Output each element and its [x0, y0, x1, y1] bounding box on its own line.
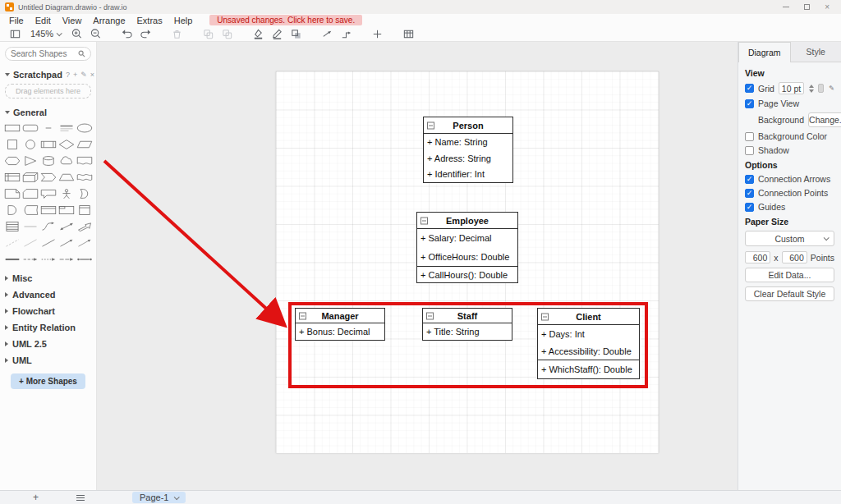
shape-dotted-line[interactable] — [76, 253, 93, 265]
sidebar-section-advanced[interactable]: Advanced — [3, 286, 93, 303]
shape-note[interactable] — [3, 187, 21, 199]
shape-dashed-arrow-2[interactable] — [39, 253, 57, 265]
shape-ellipse[interactable] — [76, 121, 93, 134]
shape-dashed-arrow-3[interactable] — [57, 253, 75, 265]
shape-text[interactable] — [39, 121, 57, 134]
shape-bidirectional-arrow[interactable] — [57, 220, 75, 232]
shape-container[interactable] — [39, 204, 57, 216]
shape-horizontal-line[interactable] — [21, 220, 39, 232]
toggle-format-panel-icon[interactable] — [7, 27, 23, 41]
shape-step[interactable] — [39, 171, 57, 183]
shape-curve[interactable] — [39, 220, 57, 232]
clear-default-style-button[interactable]: Clear Default Style — [745, 286, 834, 301]
shape-rounded-rectangle[interactable] — [21, 121, 39, 134]
menu-help[interactable]: Help — [168, 16, 199, 25]
shape-rectangle[interactable] — [3, 121, 21, 134]
line-color-icon[interactable] — [269, 27, 285, 41]
scratchpad-dropzone[interactable]: Drag elements here — [5, 84, 91, 99]
shape-square[interactable] — [3, 138, 21, 150]
paper-width-input[interactable]: 600 — [745, 251, 770, 263]
search-shapes-box[interactable] — [5, 47, 91, 61]
shape-and[interactable] — [3, 204, 21, 216]
shape-document[interactable] — [76, 154, 93, 167]
shape-diamond[interactable] — [57, 138, 75, 150]
sidebar-section-entity-relation[interactable]: Entity Relation — [3, 319, 93, 336]
insert-icon[interactable] — [369, 27, 385, 41]
shape-circle[interactable] — [21, 138, 39, 150]
class-attribute[interactable]: + Salary: Decimal — [417, 229, 517, 248]
background-color-checkbox[interactable] — [745, 132, 754, 141]
more-shapes-button[interactable]: + More Shapes — [11, 373, 85, 389]
connection-arrows-checkbox[interactable]: ✓ — [745, 175, 754, 184]
shape-actor[interactable] — [57, 187, 75, 199]
change-background-button[interactable]: Change... — [808, 112, 841, 127]
unsaved-changes-badge[interactable]: Unsaved changes. Click here to save. — [209, 15, 362, 25]
sidebar-section-misc[interactable]: Misc — [3, 270, 93, 286]
page-view-checkbox[interactable]: ✓ — [745, 99, 754, 108]
shape-or[interactable] — [76, 187, 93, 199]
shape-dashed-arrow[interactable] — [21, 253, 39, 265]
tab-diagram[interactable]: Diagram — [738, 42, 791, 62]
connection-points-checkbox[interactable]: ✓ — [745, 189, 754, 198]
zoom-in-icon[interactable] — [68, 27, 85, 41]
shape-line-1[interactable] — [39, 236, 57, 249]
shape-tape[interactable] — [76, 171, 93, 183]
shape-line-arrow[interactable] — [57, 236, 75, 249]
connection-icon[interactable] — [319, 27, 335, 41]
general-section-header[interactable]: General — [3, 105, 93, 120]
shape-thin-arrow[interactable] — [76, 236, 93, 249]
shape-vertical-container[interactable] — [76, 204, 93, 216]
grid-size-stepper[interactable] — [809, 85, 814, 93]
maximize-icon[interactable] — [804, 4, 810, 10]
table-icon[interactable] — [400, 27, 416, 41]
undo-icon[interactable] — [118, 27, 135, 41]
menu-edit[interactable]: Edit — [30, 16, 57, 25]
shape-triangle[interactable] — [21, 154, 39, 167]
shadow-checkbox[interactable] — [745, 146, 754, 155]
shape-bold-line[interactable] — [3, 253, 21, 265]
collapse-icon[interactable] — [427, 121, 434, 129]
shape-cloud[interactable] — [57, 154, 75, 167]
scratchpad-close-icon[interactable]: × — [90, 71, 94, 79]
add-page-icon[interactable]: + — [33, 493, 39, 502]
shape-internal-storage[interactable] — [3, 171, 21, 183]
shape-cube[interactable] — [21, 171, 39, 183]
scratchpad-help-icon[interactable]: ? — [66, 71, 70, 79]
shape-parallelogram[interactable] — [76, 138, 93, 150]
menu-arrange[interactable]: Arrange — [87, 16, 131, 25]
menu-file[interactable]: File — [3, 16, 30, 25]
sidebar-section-uml-2-5[interactable]: UML 2.5 — [3, 336, 93, 352]
shape-list[interactable] — [3, 220, 21, 232]
pages-menu-icon[interactable] — [76, 495, 85, 501]
tab-style[interactable]: Style — [791, 42, 841, 62]
uml-class-employee[interactable]: Employee + Salary: Decimal + OfficeHours… — [416, 212, 518, 283]
shape-process[interactable] — [39, 138, 57, 150]
delete-icon[interactable] — [168, 27, 185, 41]
shape-dashed-line-2[interactable] — [21, 236, 39, 249]
uml-class-person[interactable]: Person + Name: String + Adress: String +… — [423, 117, 513, 183]
grid-checkbox[interactable]: ✓ — [745, 84, 754, 93]
shape-container-title[interactable] — [57, 204, 75, 216]
class-method[interactable]: + CallHours(): Double — [417, 267, 517, 282]
collapse-icon[interactable] — [420, 217, 428, 224]
redo-icon[interactable] — [137, 27, 154, 41]
grid-size-input[interactable]: 10 pt — [779, 82, 804, 94]
edit-color-icon[interactable]: ✎ — [829, 85, 834, 92]
zoom-level-dropdown[interactable]: 145% — [25, 29, 66, 39]
shape-arrow[interactable] — [76, 220, 93, 232]
scratchpad-edit-icon[interactable]: ✎ — [80, 71, 87, 79]
shape-hexagon[interactable] — [3, 154, 21, 167]
shape-card[interactable] — [21, 187, 39, 199]
diagram-canvas[interactable]: Person + Name: String + Adress: String +… — [97, 42, 738, 490]
shape-data-storage[interactable] — [21, 204, 39, 216]
close-icon[interactable]: × — [825, 3, 830, 11]
grid-color-swatch[interactable] — [818, 84, 824, 93]
search-input[interactable] — [11, 49, 76, 58]
menu-extras[interactable]: Extras — [131, 16, 168, 25]
paper-size-select[interactable]: Custom — [745, 231, 834, 246]
shape-heading[interactable] — [57, 121, 75, 134]
shape-trapezoid[interactable] — [57, 171, 75, 183]
class-attribute[interactable]: + Name: String — [424, 134, 512, 150]
fill-color-icon[interactable] — [250, 27, 266, 41]
class-attribute[interactable]: + OfficeHours: Double — [417, 248, 517, 267]
